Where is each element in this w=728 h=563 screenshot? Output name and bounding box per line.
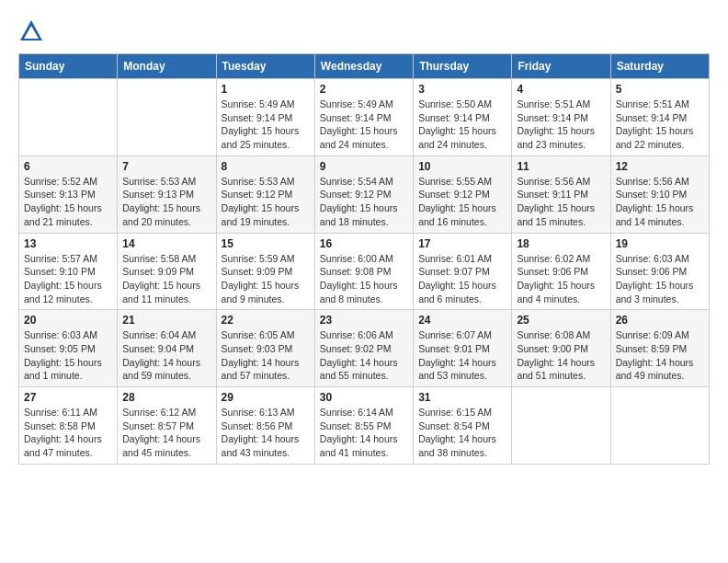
- day-detail: Sunrise: 5:51 AM Sunset: 9:14 PM Dayligh…: [517, 98, 605, 152]
- day-number: 23: [320, 314, 408, 327]
- calendar-table: SundayMondayTuesdayWednesdayThursdayFrid…: [18, 53, 710, 465]
- day-number: 7: [122, 160, 210, 173]
- day-number: 31: [418, 391, 506, 404]
- day-detail: Sunrise: 5:55 AM Sunset: 9:12 PM Dayligh…: [418, 175, 506, 229]
- day-number: 11: [517, 160, 605, 173]
- calendar-day-cell: 29Sunrise: 6:13 AM Sunset: 8:56 PM Dayli…: [216, 387, 314, 465]
- day-detail: Sunrise: 5:49 AM Sunset: 9:14 PM Dayligh…: [222, 98, 310, 152]
- day-detail: Sunrise: 5:53 AM Sunset: 9:13 PM Dayligh…: [122, 175, 210, 229]
- calendar-weekday-header: Sunday: [19, 54, 118, 79]
- calendar-day-cell: [118, 79, 216, 156]
- day-detail: Sunrise: 6:05 AM Sunset: 9:03 PM Dayligh…: [222, 328, 310, 383]
- day-number: 4: [517, 83, 605, 96]
- day-detail: Sunrise: 5:54 AM Sunset: 9:12 PM Dayligh…: [320, 175, 408, 229]
- logo-icon: [18, 18, 44, 44]
- day-number: 21: [122, 314, 210, 327]
- day-number: 29: [222, 391, 310, 404]
- calendar-day-cell: 13Sunrise: 5:57 AM Sunset: 9:10 PM Dayli…: [19, 233, 118, 310]
- calendar-weekday-header: Tuesday: [216, 54, 314, 79]
- day-detail: Sunrise: 5:53 AM Sunset: 9:12 PM Dayligh…: [222, 175, 310, 229]
- calendar-weekday-header: Thursday: [414, 54, 512, 79]
- day-detail: Sunrise: 5:56 AM Sunset: 9:11 PM Dayligh…: [517, 175, 605, 229]
- calendar-day-cell: 6Sunrise: 5:52 AM Sunset: 9:13 PM Daylig…: [19, 155, 118, 233]
- day-number: 28: [122, 391, 210, 404]
- day-detail: Sunrise: 5:50 AM Sunset: 9:14 PM Dayligh…: [418, 98, 506, 152]
- calendar-day-cell: [512, 387, 610, 465]
- day-detail: Sunrise: 5:58 AM Sunset: 9:09 PM Dayligh…: [122, 252, 210, 306]
- day-detail: Sunrise: 5:57 AM Sunset: 9:10 PM Dayligh…: [24, 252, 112, 306]
- day-detail: Sunrise: 6:15 AM Sunset: 8:54 PM Dayligh…: [418, 406, 506, 460]
- calendar-day-cell: 20Sunrise: 6:03 AM Sunset: 9:05 PM Dayli…: [19, 310, 118, 387]
- day-detail: Sunrise: 6:06 AM Sunset: 9:02 PM Dayligh…: [320, 328, 408, 383]
- calendar-day-cell: 31Sunrise: 6:15 AM Sunset: 8:54 PM Dayli…: [414, 387, 512, 465]
- calendar-day-cell: 26Sunrise: 6:09 AM Sunset: 8:59 PM Dayli…: [610, 310, 709, 387]
- day-number: 3: [418, 83, 506, 96]
- day-detail: Sunrise: 5:52 AM Sunset: 9:13 PM Dayligh…: [24, 175, 112, 229]
- day-detail: Sunrise: 6:04 AM Sunset: 9:04 PM Dayligh…: [122, 328, 210, 383]
- page-header: [18, 18, 710, 44]
- calendar-day-cell: 8Sunrise: 5:53 AM Sunset: 9:12 PM Daylig…: [216, 155, 314, 233]
- day-number: 18: [517, 237, 605, 250]
- calendar-day-cell: 12Sunrise: 5:56 AM Sunset: 9:10 PM Dayli…: [610, 155, 709, 233]
- calendar-day-cell: 16Sunrise: 6:00 AM Sunset: 9:08 PM Dayli…: [314, 233, 413, 310]
- calendar-day-cell: 22Sunrise: 6:05 AM Sunset: 9:03 PM Dayli…: [216, 310, 314, 387]
- day-number: 25: [517, 314, 605, 327]
- day-number: 15: [222, 237, 310, 250]
- day-number: 20: [24, 314, 112, 327]
- day-number: 5: [616, 83, 704, 96]
- day-number: 13: [24, 237, 112, 250]
- day-detail: Sunrise: 5:59 AM Sunset: 9:09 PM Dayligh…: [222, 252, 310, 306]
- day-number: 30: [320, 391, 408, 404]
- day-detail: Sunrise: 6:12 AM Sunset: 8:57 PM Dayligh…: [122, 406, 210, 460]
- calendar-day-cell: 5Sunrise: 5:51 AM Sunset: 9:14 PM Daylig…: [610, 79, 709, 156]
- day-number: 27: [24, 391, 112, 404]
- day-detail: Sunrise: 6:07 AM Sunset: 9:01 PM Dayligh…: [418, 328, 506, 383]
- day-number: 2: [320, 83, 408, 96]
- calendar-day-cell: 14Sunrise: 5:58 AM Sunset: 9:09 PM Dayli…: [118, 233, 216, 310]
- calendar-header-row: SundayMondayTuesdayWednesdayThursdayFrid…: [19, 54, 710, 79]
- calendar-week-row: 20Sunrise: 6:03 AM Sunset: 9:05 PM Dayli…: [19, 310, 710, 387]
- calendar-day-cell: 15Sunrise: 5:59 AM Sunset: 9:09 PM Dayli…: [216, 233, 314, 310]
- day-number: 16: [320, 237, 408, 250]
- calendar-week-row: 1Sunrise: 5:49 AM Sunset: 9:14 PM Daylig…: [19, 79, 710, 156]
- day-detail: Sunrise: 6:02 AM Sunset: 9:06 PM Dayligh…: [517, 252, 605, 306]
- calendar-day-cell: 4Sunrise: 5:51 AM Sunset: 9:14 PM Daylig…: [512, 79, 610, 156]
- calendar-week-row: 13Sunrise: 5:57 AM Sunset: 9:10 PM Dayli…: [19, 233, 710, 310]
- calendar-day-cell: 17Sunrise: 6:01 AM Sunset: 9:07 PM Dayli…: [414, 233, 512, 310]
- calendar-week-row: 6Sunrise: 5:52 AM Sunset: 9:13 PM Daylig…: [19, 155, 710, 233]
- calendar-day-cell: 7Sunrise: 5:53 AM Sunset: 9:13 PM Daylig…: [118, 155, 216, 233]
- day-number: 17: [418, 237, 506, 250]
- calendar-day-cell: 1Sunrise: 5:49 AM Sunset: 9:14 PM Daylig…: [216, 79, 314, 156]
- day-number: 9: [320, 160, 408, 173]
- calendar-day-cell: 23Sunrise: 6:06 AM Sunset: 9:02 PM Dayli…: [314, 310, 413, 387]
- day-detail: Sunrise: 6:03 AM Sunset: 9:06 PM Dayligh…: [616, 252, 704, 306]
- calendar-day-cell: [19, 79, 118, 156]
- day-number: 26: [616, 314, 704, 327]
- day-number: 24: [418, 314, 506, 327]
- calendar-day-cell: 11Sunrise: 5:56 AM Sunset: 9:11 PM Dayli…: [512, 155, 610, 233]
- calendar-day-cell: 28Sunrise: 6:12 AM Sunset: 8:57 PM Dayli…: [118, 387, 216, 465]
- day-number: 14: [122, 237, 210, 250]
- day-number: 6: [24, 160, 112, 173]
- calendar-weekday-header: Friday: [512, 54, 610, 79]
- day-detail: Sunrise: 6:09 AM Sunset: 8:59 PM Dayligh…: [616, 328, 704, 383]
- calendar-day-cell: 3Sunrise: 5:50 AM Sunset: 9:14 PM Daylig…: [414, 79, 512, 156]
- day-detail: Sunrise: 6:13 AM Sunset: 8:56 PM Dayligh…: [222, 406, 310, 460]
- calendar-day-cell: 25Sunrise: 6:08 AM Sunset: 9:00 PM Dayli…: [512, 310, 610, 387]
- calendar-day-cell: 19Sunrise: 6:03 AM Sunset: 9:06 PM Dayli…: [610, 233, 709, 310]
- calendar-day-cell: 18Sunrise: 6:02 AM Sunset: 9:06 PM Dayli…: [512, 233, 610, 310]
- day-detail: Sunrise: 5:51 AM Sunset: 9:14 PM Dayligh…: [616, 98, 704, 152]
- calendar-weekday-header: Monday: [118, 54, 216, 79]
- calendar-weekday-header: Saturday: [610, 54, 709, 79]
- day-number: 1: [222, 83, 310, 96]
- day-detail: Sunrise: 6:00 AM Sunset: 9:08 PM Dayligh…: [320, 252, 408, 306]
- day-number: 8: [222, 160, 310, 173]
- day-detail: Sunrise: 5:56 AM Sunset: 9:10 PM Dayligh…: [616, 175, 704, 229]
- calendar-day-cell: 10Sunrise: 5:55 AM Sunset: 9:12 PM Dayli…: [414, 155, 512, 233]
- calendar-weekday-header: Wednesday: [314, 54, 413, 79]
- day-detail: Sunrise: 5:49 AM Sunset: 9:14 PM Dayligh…: [320, 98, 408, 152]
- calendar-day-cell: 21Sunrise: 6:04 AM Sunset: 9:04 PM Dayli…: [118, 310, 216, 387]
- day-number: 22: [222, 314, 310, 327]
- day-detail: Sunrise: 6:08 AM Sunset: 9:00 PM Dayligh…: [517, 328, 605, 383]
- calendar-day-cell: 27Sunrise: 6:11 AM Sunset: 8:58 PM Dayli…: [19, 387, 118, 465]
